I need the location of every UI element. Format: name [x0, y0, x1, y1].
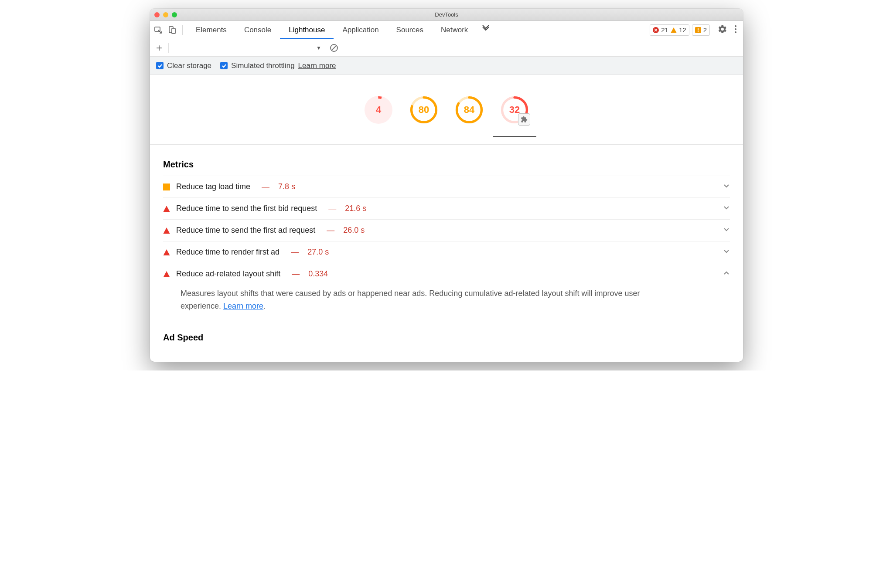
metric-row[interactable]: Reduce time to send the first ad request… [163, 219, 730, 241]
metric-description: Measures layout shifts that were caused … [163, 285, 678, 322]
inspect-element-icon[interactable] [153, 25, 163, 35]
throttling-learn-more-link[interactable]: Learn more [298, 61, 336, 70]
issues-count: 2 [703, 26, 707, 34]
tab-console[interactable]: Console [235, 21, 280, 39]
gauge-3[interactable]: 84 [455, 96, 483, 124]
panel-tabs: Elements Console Lighthouse Application … [187, 21, 495, 39]
chevron-down-icon [723, 204, 730, 213]
report-content: Metrics Reduce tag load time — 7.8 s Red… [150, 145, 743, 362]
clear-storage-label: Clear storage [167, 61, 211, 70]
metric-row[interactable]: Reduce tag load time — 7.8 s [163, 176, 730, 197]
tab-elements[interactable]: Elements [187, 21, 235, 39]
metrics-heading: Metrics [163, 160, 730, 170]
devtools-window: DevTools Elements Console Lighthouse App… [150, 9, 743, 362]
chevron-down-icon [723, 248, 730, 257]
score-gauges: 4 80 84 [150, 75, 743, 145]
metric-value: 26.0 s [343, 226, 365, 235]
tab-application[interactable]: Application [334, 21, 387, 39]
chevron-down-icon [723, 182, 730, 191]
error-icon [653, 27, 659, 33]
gauge-3-score: 84 [455, 96, 483, 124]
issues-badge[interactable]: 2 [692, 24, 710, 36]
lighthouse-options-bar: Clear storage Simulated throttling Learn… [150, 57, 743, 75]
square-orange-icon [163, 184, 170, 190]
metric-row[interactable]: Reduce time to send the first bid reques… [163, 197, 730, 219]
report-dropdown-icon[interactable]: ▼ [316, 45, 321, 51]
metric-value: 7.8 s [278, 182, 295, 191]
svg-rect-5 [698, 28, 699, 31]
gauge-1-score: 4 [365, 96, 392, 124]
svg-point-8 [735, 28, 736, 30]
simulated-throttling-checkbox[interactable]: Simulated throttling [220, 61, 295, 70]
simulated-throttling-label: Simulated throttling [231, 61, 295, 70]
warning-icon [671, 27, 677, 33]
triangle-red-icon [163, 227, 170, 234]
error-count: 21 [661, 26, 668, 34]
gauge-4[interactable]: 32 [501, 96, 528, 124]
device-toolbar-icon[interactable] [167, 25, 177, 35]
metric-row[interactable]: Reduce time to render first ad — 27.0 s [163, 241, 730, 263]
metric-title: Reduce time to render first ad [176, 248, 279, 257]
svg-rect-6 [698, 31, 699, 32]
gauge-2[interactable]: 80 [410, 96, 438, 124]
gauge-2-score: 80 [410, 96, 438, 124]
metric-title: Reduce ad-related layout shift [176, 269, 280, 279]
metric-value: 21.6 s [345, 204, 366, 213]
zoom-window-button[interactable] [172, 12, 177, 17]
clear-storage-checkbox[interactable]: Clear storage [156, 61, 211, 70]
mac-titlebar: DevTools [150, 9, 743, 21]
traffic-lights [154, 12, 177, 17]
svg-rect-19 [163, 184, 170, 190]
new-report-button[interactable]: + [154, 43, 164, 53]
issues-icon [695, 27, 701, 33]
plugin-puzzle-icon [518, 113, 530, 126]
tab-lighthouse[interactable]: Lighthouse [280, 21, 334, 39]
tab-sources[interactable]: Sources [388, 21, 432, 39]
metric-learn-more-link[interactable]: Learn more [223, 302, 263, 310]
more-menu-icon[interactable] [732, 25, 740, 35]
window-title: DevTools [150, 11, 743, 18]
chevron-up-icon [723, 269, 730, 279]
chevron-down-icon [723, 226, 730, 235]
warning-count: 12 [679, 26, 686, 34]
metric-value: 27.0 s [307, 248, 329, 257]
settings-gear-icon[interactable] [715, 24, 730, 36]
metric-row[interactable]: Reduce ad-related layout shift — 0.334 [163, 263, 730, 285]
svg-point-7 [735, 25, 736, 27]
triangle-red-icon [163, 271, 170, 278]
devtools-toolbar: Elements Console Lighthouse Application … [150, 21, 743, 39]
close-window-button[interactable] [154, 12, 160, 17]
svg-point-9 [735, 31, 736, 33]
triangle-red-icon [163, 249, 170, 256]
svg-rect-2 [172, 28, 175, 34]
lighthouse-subbar: + ▼ [150, 39, 743, 57]
ad-speed-heading: Ad Speed [163, 333, 730, 343]
metric-title: Reduce time to send the first ad request [176, 226, 315, 235]
console-counts-badge[interactable]: 21 12 [650, 24, 689, 36]
tab-network[interactable]: Network [432, 21, 477, 39]
triangle-red-icon [163, 205, 170, 212]
gauge-4-selected-indicator [493, 136, 536, 137]
svg-line-11 [331, 45, 337, 51]
metric-title: Reduce time to send the first bid reques… [176, 204, 317, 213]
minimize-window-button[interactable] [163, 12, 168, 17]
tab-overflow-icon[interactable] [477, 21, 495, 39]
metric-title: Reduce tag load time [176, 182, 250, 191]
clear-report-icon[interactable] [329, 43, 339, 53]
gauge-1[interactable]: 4 [365, 96, 392, 124]
metric-value: 0.334 [308, 269, 328, 279]
